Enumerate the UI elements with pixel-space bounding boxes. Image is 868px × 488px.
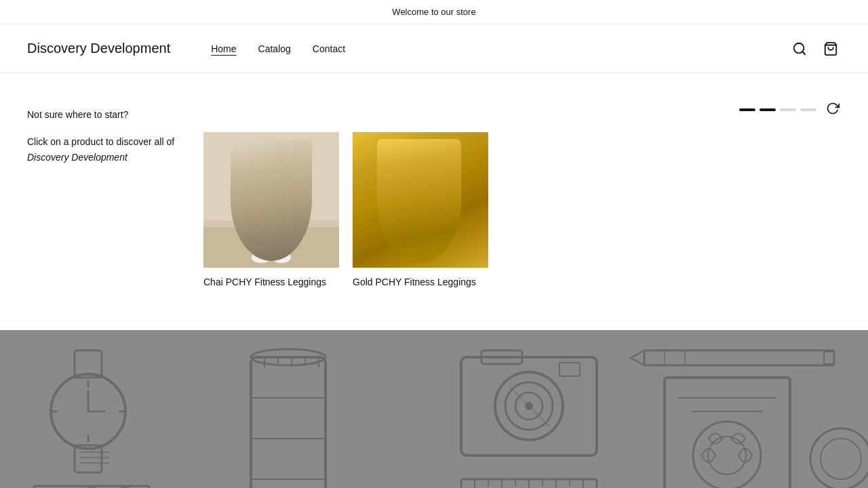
product-image-chai	[203, 132, 339, 268]
cart-icon	[823, 41, 838, 56]
header: Discovery Development Home Catalog Conta…	[0, 24, 868, 73]
search-button[interactable]	[789, 39, 810, 59]
banner-illustration	[0, 330, 868, 488]
search-icon	[792, 41, 807, 56]
dot-2	[760, 108, 776, 111]
svg-point-6	[252, 162, 290, 211]
announcement-bar: Welcome to our store	[0, 0, 868, 24]
svg-point-7	[251, 199, 276, 262]
product-section: Not sure where to start? Click on a prod…	[27, 100, 841, 289]
sidebar-description: Click on a product to discover all of Di…	[27, 134, 176, 165]
svg-rect-15	[420, 132, 488, 234]
pagination-dots	[739, 108, 816, 111]
header-icons	[789, 39, 841, 59]
svg-point-19	[417, 197, 439, 262]
product-name-chai: Chai PCHY Fitness Leggings	[203, 276, 339, 289]
refresh-icon	[826, 102, 840, 115]
svg-point-12	[275, 217, 284, 230]
product-card-chai[interactable]: Chai PCHY Fitness Leggings	[203, 132, 339, 289]
gold-image-placeholder	[353, 132, 488, 268]
svg-rect-4	[203, 132, 339, 220]
sidebar-desc-text: Click on a product to discover all of	[27, 136, 174, 147]
svg-point-20	[402, 253, 420, 263]
svg-point-18	[401, 197, 423, 262]
products-grid: Chai PCHY Fitness Leggings	[203, 132, 841, 289]
svg-line-27	[434, 159, 444, 169]
site-logo[interactable]: Discovery Development	[27, 41, 170, 56]
sidebar-brand: Discovery Development	[27, 152, 127, 163]
products-header	[203, 100, 841, 119]
svg-point-17	[403, 160, 438, 206]
svg-line-1	[802, 52, 805, 54]
svg-rect-16	[353, 132, 407, 268]
gold-svg	[353, 132, 488, 268]
svg-point-22	[405, 203, 418, 224]
bottom-banner	[0, 330, 868, 488]
chai-image-placeholder	[203, 132, 339, 268]
nav-home[interactable]: Home	[211, 43, 236, 54]
svg-point-8	[267, 199, 292, 262]
cart-button[interactable]	[821, 39, 841, 59]
svg-point-23	[422, 208, 434, 226]
svg-point-9	[252, 252, 271, 263]
sidebar: Not sure where to start? Click on a prod…	[27, 100, 176, 289]
product-name-gold: Gold PCHY Fitness Leggings	[353, 276, 488, 289]
svg-line-26	[397, 159, 407, 169]
nav-catalog[interactable]: Catalog	[258, 43, 291, 54]
svg-point-10	[272, 252, 291, 263]
svg-point-21	[421, 253, 439, 263]
product-image-gold	[353, 132, 488, 268]
announcement-text: Welcome to our store	[392, 7, 475, 17]
product-card-gold[interactable]: Gold PCHY Fitness Leggings	[353, 132, 488, 289]
dot-3	[780, 108, 796, 111]
svg-rect-5	[203, 227, 339, 268]
nav-contact[interactable]: Contact	[313, 43, 345, 54]
svg-rect-28	[0, 330, 868, 488]
dot-4	[800, 108, 816, 111]
sidebar-question: Not sure where to start?	[27, 107, 176, 122]
svg-rect-14	[353, 132, 488, 268]
svg-point-11	[258, 212, 269, 228]
chai-svg	[203, 132, 339, 268]
svg-point-13	[260, 235, 269, 246]
refresh-button[interactable]	[825, 100, 841, 119]
svg-point-25	[423, 230, 434, 245]
main-nav: Home Catalog Contact	[211, 43, 789, 54]
dot-1	[739, 108, 755, 111]
svg-point-24	[408, 233, 418, 245]
products-area: Chai PCHY Fitness Leggings	[203, 100, 841, 289]
main-content: Not sure where to start? Click on a prod…	[0, 73, 868, 330]
